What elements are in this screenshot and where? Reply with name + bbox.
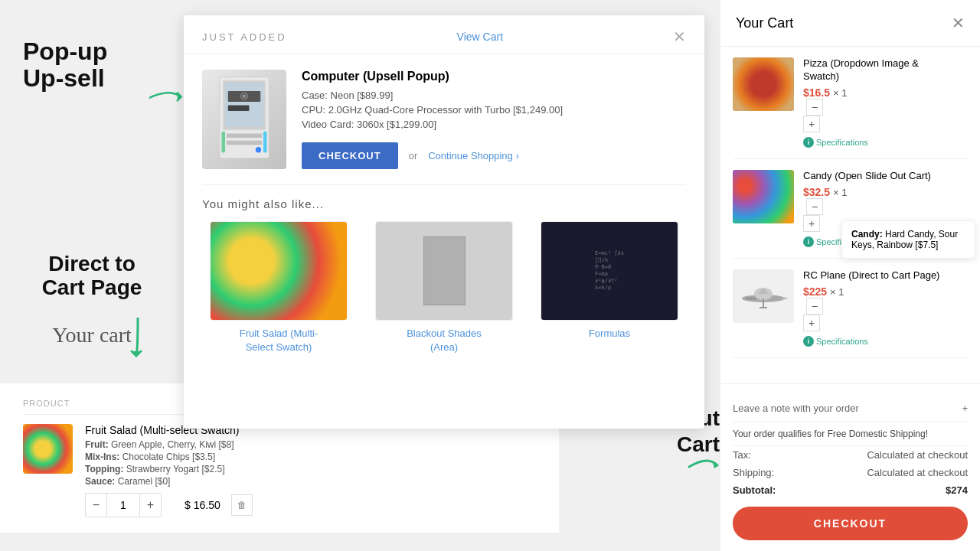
pizza-thumbnail [733, 57, 794, 111]
candy-qty-increase[interactable]: + [803, 215, 820, 232]
fruit-salad-name: Fruit Salad (Multi-Select Swatch) [240, 327, 318, 354]
qty-decrease-button[interactable]: − [86, 494, 106, 517]
recommendation-grid: Fruit Salad (Multi-Select Swatch) Blacko… [202, 221, 686, 354]
recommended-product-blackout-shades[interactable]: Blackout Shades(Area) [368, 221, 521, 354]
modal-product-section: Computer (Upsell Popup) Case: Neon [$89.… [184, 54, 704, 184]
slide-out-arrow-icon [685, 452, 724, 482]
mixins-value: Chocolate Chips [$3.5] [122, 452, 215, 462]
you-might-like-section: You might also like... Fruit Salad (Mult… [184, 185, 704, 367]
popup-arrow-icon [149, 83, 188, 113]
quantity-stepper[interactable]: − + [85, 493, 162, 517]
candy-tooltip: Candy: Hard Candy, Sour Keys, Rainbow [$… [841, 220, 975, 259]
fruit-salad-thumbnail [211, 222, 347, 320]
or-separator: or [409, 150, 418, 161]
pizza-product-details: Pizza (Dropdown Image &Swatch) $16.5 × 1… [803, 57, 968, 148]
note-plus-icon: + [962, 403, 968, 414]
leave-note-label: Leave a note with your order [733, 403, 859, 414]
just-added-label: JUST ADDED [202, 31, 287, 43]
fruit-salad-image [210, 221, 348, 321]
recommended-product-fruit-salad[interactable]: Fruit Salad (Multi-Select Swatch) [202, 221, 355, 354]
rcplane-price: $225 × 1 − + [803, 285, 968, 331]
pizza-specs-link[interactable]: i Specifications [803, 137, 968, 148]
sauce-value: Caramel [$0] [118, 476, 171, 487]
qty-input[interactable] [106, 494, 140, 517]
rcplane-name: RC Plane (Direct to Cart Page) [803, 269, 968, 282]
cart-item-details: Fruit Salad (Multi-select Swatch) Fruit:… [85, 424, 536, 517]
tax-label: Tax: [733, 449, 751, 461]
shipping-row: Shipping: Calculated at checkout [733, 464, 968, 481]
view-cart-link[interactable]: View Cart [457, 31, 503, 43]
rcplane-qty-increase[interactable]: + [803, 315, 820, 331]
svg-point-13 [243, 95, 246, 98]
formulas-image: E=mc² ∫∂x∑∏√π∇·B=0F=ma∂²ψ/∂t²λ=h/p [541, 221, 678, 321]
qty-increase-button[interactable]: + [140, 494, 161, 517]
formulas-name: Formulas [589, 327, 630, 341]
product-details: Computer (Upsell Popup) Case: Neon [$89.… [302, 70, 563, 169]
rcplane-product-image [733, 269, 794, 323]
blackout-shades-name: Blackout Shades(Area) [407, 327, 482, 354]
modal-checkout-button[interactable]: CHECKOUT [302, 142, 398, 169]
blackout-shades-thumbnail [423, 236, 466, 305]
cart-item-price: $ 16.50 [185, 499, 220, 511]
modal-close-button[interactable]: ✕ [673, 29, 686, 44]
cart-close-button[interactable]: ✕ [952, 14, 965, 32]
product-cpu: CPU: 2.0GHz Quad-Core Processor with Tur… [302, 104, 563, 116]
rcplane-qty-decrease[interactable]: − [806, 298, 823, 315]
product-name: Computer (Upsell Popup) [302, 70, 563, 83]
cart-items-list: Pizza (Dropdown Image &Swatch) $16.5 × 1… [720, 47, 980, 383]
subtotal-value: $274 [946, 484, 968, 496]
svg-rect-4 [221, 132, 225, 153]
cart-panel-title: Your Cart [736, 15, 793, 31]
rcplane-specs-link[interactable]: i Specifications [803, 336, 968, 347]
topping-value: Strawberry Yogart [$2.5] [126, 464, 225, 474]
modal-actions: CHECKOUT or Continue Shopping › [302, 142, 563, 169]
popup-upsell-label: Pop-upUp-sell [23, 38, 168, 92]
blackout-shades-image [375, 221, 513, 321]
cart-footer: Leave a note with your order + Your orde… [720, 383, 980, 551]
cart-checkout-button[interactable]: CHECKOUT [733, 507, 968, 540]
computer-tower-icon [210, 73, 279, 165]
cart-item-thumbnail [23, 424, 73, 474]
formulas-thumbnail: E=mc² ∫∂x∑∏√π∇·B=0F=ma∂²ψ/∂t²λ=h/p [541, 222, 678, 320]
candy-name: Candy (Open Slide Out Cart) [803, 170, 968, 183]
pizza-price: $16.5 × 1 − + [803, 86, 968, 132]
leave-note-row[interactable]: Leave a note with your order + [733, 395, 968, 422]
svg-marker-17 [782, 297, 789, 300]
svg-rect-7 [227, 141, 262, 145]
upsell-popup-modal: JUST ADDED View Cart ✕ [184, 15, 704, 429]
delete-item-button[interactable]: 🗑 [231, 494, 253, 516]
recommended-product-formulas[interactable]: E=mc² ∫∂x∑∏√π∇·B=0F=ma∂²ψ/∂t²λ=h/p Formu… [533, 221, 686, 354]
fruit-label: Fruit: [85, 439, 109, 450]
rcplane-thumbnail [733, 269, 794, 323]
continue-shopping-link[interactable]: Continue Shopping › [428, 150, 519, 161]
cart-qty-price-row: − + $ 16.50 🗑 [85, 493, 536, 517]
pizza-info-icon: i [803, 137, 814, 148]
svg-rect-5 [263, 132, 267, 153]
computer-product-image [202, 70, 286, 169]
cart-item-sauce: Sauce: Caramel [$0] [85, 476, 536, 487]
product-video-card: Video Card: 3060x [$1,299.00] [302, 119, 563, 130]
tax-row: Tax: Calculated at checkout [733, 446, 968, 464]
cart-panel-header: Your Cart ✕ [720, 0, 980, 47]
cart-item-mixins: Mix-Ins: Chocolate Chips [$3.5] [85, 452, 536, 462]
modal-header: JUST ADDED View Cart ✕ [184, 15, 704, 54]
slide-out-cart-panel: Your Cart ✕ Pizza (Dropdown Image &Swatc… [720, 0, 980, 551]
pizza-qty-increase[interactable]: + [803, 116, 820, 132]
shipping-label: Shipping: [733, 467, 774, 478]
cart-product-candy: Candy (Open Slide Out Cart) $32.5 × 1 − … [733, 159, 968, 259]
candy-qty-decrease[interactable]: − [806, 198, 823, 215]
candy-thumbnail [733, 170, 794, 223]
sauce-label: Sauce: [85, 476, 115, 487]
svg-rect-6 [227, 133, 262, 138]
cart-item-topping: Topping: Strawberry Yogart [$2.5] [85, 464, 536, 474]
shipping-value: Calculated at checkout [867, 467, 968, 478]
plane-svg-icon [737, 277, 790, 315]
product-case: Case: Neon [$89.99] [302, 90, 563, 101]
direct-cart-label: Direct toCart Page [15, 253, 168, 300]
cart-fruit-salad-img [23, 424, 73, 474]
candy-tooltip-label: Candy: [851, 229, 883, 240]
rcplane-info-icon: i [803, 336, 814, 347]
topping-label: Topping: [85, 464, 123, 474]
svg-rect-9 [225, 83, 263, 126]
pizza-qty-decrease[interactable]: − [806, 99, 823, 116]
